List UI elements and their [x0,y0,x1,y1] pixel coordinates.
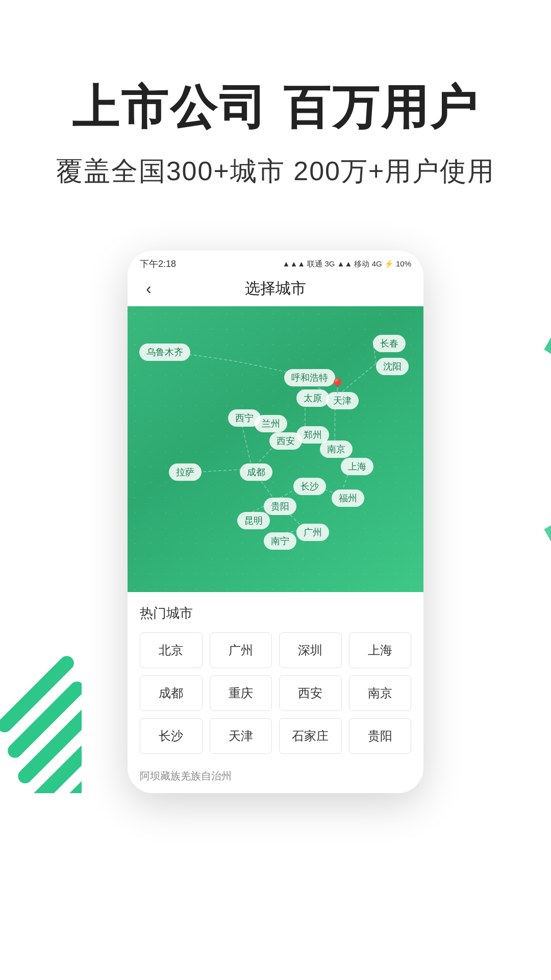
deco-ring [408,312,551,567]
city-nanjing[interactable]: 南京 [320,440,353,458]
hot-cities-title: 热门城市 [140,604,411,622]
city-changsha[interactable]: 长沙 [293,478,326,495]
footer-text: 阿坝藏族羌族自治州 [140,761,411,793]
deco-ring-svg [408,312,551,567]
city-btn-chengdu[interactable]: 成都 [140,675,203,711]
city-changchun[interactable]: 长春 [373,335,406,352]
nav-title: 选择城市 [245,278,306,299]
status-bar: 下午2:18 ▲▲▲ 联通 3G ▲▲ 移动 4G ⚡ 10% [138,258,413,270]
city-btn-beijing[interactable]: 北京 [140,632,203,668]
city-btn-guiyang[interactable]: 贵阳 [349,718,412,754]
back-button[interactable]: ‹ [146,279,152,298]
city-fuzhou[interactable]: 福州 [332,489,364,507]
city-wulumuqi[interactable]: 乌鲁木齐 [139,344,190,361]
city-list-section: 热门城市 北京 广州 深圳 上海 成都 重庆 西安 南京 长沙 天津 石家庄 贵… [128,592,423,793]
phone-section: 下午2:18 ▲▲▲ 联通 3G ▲▲ 移动 4G ⚡ 10% ‹ 选择城市 [0,251,551,793]
city-shanghai[interactable]: 上海 [341,458,373,475]
city-chengdu[interactable]: 成都 [240,463,272,481]
deco-stripes [0,650,82,793]
nav-bar: ‹ 选择城市 [138,273,413,306]
city-grid-row1: 北京 广州 深圳 上海 [140,632,411,668]
city-grid-row3: 长沙 天津 石家庄 贵阳 [140,718,411,754]
city-grid-row2: 成都 重庆 西安 南京 [140,675,411,711]
city-shenyang[interactable]: 沈阳 [376,358,409,375]
city-btn-changsha[interactable]: 长沙 [140,718,203,754]
city-hohhot[interactable]: 呼和浩特 [284,369,335,386]
city-btn-nanjing[interactable]: 南京 [349,675,412,711]
main-title: 上市公司 百万用户 [41,82,510,133]
map-area[interactable]: 乌鲁木齐 长春 沈阳 呼和浩特 天津 太原 西宁 兰州 西安 郑州 南京 上海 … [128,306,423,592]
status-right: ▲▲▲ 联通 3G ▲▲ 移动 4G ⚡ 10% [283,259,411,269]
phone-top-bar: 下午2:18 ▲▲▲ 联通 3G ▲▲ 移动 4G ⚡ 10% ‹ 选择城市 [128,251,423,306]
city-btn-shenzhen[interactable]: 深圳 [279,632,342,668]
city-lhasa[interactable]: 拉萨 [169,463,202,481]
city-nanning[interactable]: 南宁 [264,532,296,550]
city-guangzhou[interactable]: 广州 [296,524,329,541]
map-pin: 📍 [329,378,346,395]
city-btn-chongqing[interactable]: 重庆 [210,675,272,711]
signal-info: ▲▲▲ 联通 3G ▲▲ 移动 4G ⚡ 10% [283,259,411,269]
city-guiyang[interactable]: 贵阳 [264,498,296,515]
city-taiyuan[interactable]: 太原 [296,389,329,407]
city-kunming[interactable]: 昆明 [237,512,270,529]
top-section: 上市公司 百万用户 覆盖全国300+城市 200万+用户使用 [0,0,551,220]
status-time: 下午2:18 [140,258,176,270]
city-btn-shijiazhuang[interactable]: 石家庄 [279,718,342,754]
city-lanzhou[interactable]: 兰州 [255,415,287,432]
city-tianjin[interactable]: 天津 [326,392,359,409]
phone-frame: 下午2:18 ▲▲▲ 联通 3G ▲▲ 移动 4G ⚡ 10% ‹ 选择城市 [128,251,423,793]
city-btn-guangzhou[interactable]: 广州 [210,632,272,668]
city-btn-tianjin[interactable]: 天津 [210,718,272,754]
city-btn-shanghai[interactable]: 上海 [349,632,412,668]
city-btn-xian[interactable]: 西安 [279,675,342,711]
sub-title: 覆盖全国300+城市 200万+用户使用 [41,154,510,189]
